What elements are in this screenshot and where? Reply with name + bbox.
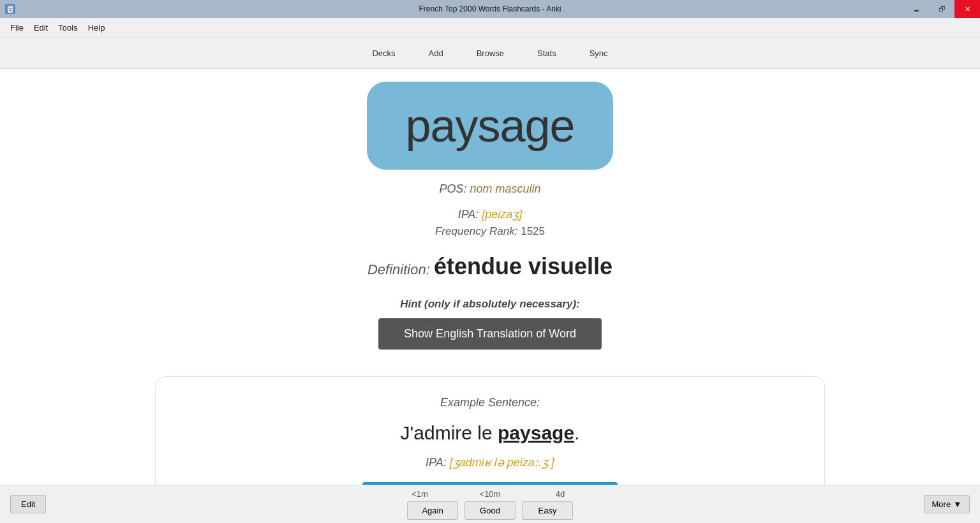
toolbar-browse[interactable]: Browse	[466, 45, 514, 62]
ipa-line: IPA: [peizaʒ]	[458, 207, 523, 221]
main-area: paysage POS: nom masculin IPA: [peizaʒ] …	[0, 69, 980, 485]
menu-bar: File Edit Tools Help	[0, 18, 980, 38]
card-content: paysage POS: nom masculin IPA: [peizaʒ] …	[0, 69, 980, 485]
title-bar: 🃏 French Top 2000 Words Flashcards - Ank…	[0, 0, 980, 18]
show-word-translation-button[interactable]: Show English Translation of Word	[378, 318, 602, 350]
more-arrow-icon: ▼	[953, 499, 961, 509]
word-bubble: paysage	[367, 82, 612, 170]
again-button[interactable]: Again	[407, 501, 458, 520]
example-label: Example Sentence:	[440, 396, 540, 409]
menu-help[interactable]: Help	[83, 20, 110, 35]
app-icon: 🃏	[5, 4, 15, 14]
example-sentence: J'admire le paysage.	[401, 422, 580, 444]
frequency-line: Frequency Rank: 1525	[435, 225, 545, 238]
example-ipa-label: IPA:	[426, 456, 447, 469]
toolbar-add[interactable]: Add	[419, 45, 454, 62]
toolbar-decks[interactable]: Decks	[362, 45, 405, 62]
menu-edit[interactable]: Edit	[29, 20, 53, 35]
good-button[interactable]: Good	[464, 501, 516, 520]
time-labels: <1m <10m 4d	[394, 489, 586, 499]
window-title: French Top 2000 Words Flashcards - Anki	[419, 4, 561, 13]
bottom-bar: Edit <1m <10m 4d Again Good Easy More ▼	[0, 485, 980, 523]
freq-label: Frequency Rank:	[435, 225, 517, 237]
time-label-good: <10m	[464, 489, 516, 499]
example-ipa-value: [ʒadmiʁ lə peizaː.ʒ.]	[450, 456, 554, 469]
toolbar-sync[interactable]: Sync	[579, 45, 618, 62]
content-scroll[interactable]: paysage POS: nom masculin IPA: [peizaʒ] …	[0, 69, 980, 485]
definition-line: Definition: étendue visuelle	[368, 253, 612, 280]
french-word: paysage	[405, 100, 574, 151]
example-sentence-after: .	[574, 422, 579, 443]
time-label-easy: 4d	[535, 489, 586, 499]
hint-label: Hint (only if absolutely necessary):	[400, 298, 580, 311]
answer-btns-row: Again Good Easy	[407, 501, 573, 520]
freq-value: 1525	[521, 225, 545, 237]
close-button[interactable]: ✕	[954, 0, 980, 18]
bottom-right: More ▼	[924, 495, 970, 513]
toolbar-stats[interactable]: Stats	[527, 45, 567, 62]
menu-file[interactable]: File	[5, 20, 29, 35]
easy-button[interactable]: Easy	[522, 501, 573, 520]
pos-value: nom masculin	[470, 182, 540, 195]
ipa-value: [peizaʒ]	[482, 208, 522, 221]
example-ipa-line: IPA: [ʒadmiʁ lə peizaː.ʒ.]	[426, 455, 554, 469]
window-controls: 🗕 🗗 ✕	[903, 0, 980, 18]
ipa-label: IPA:	[458, 208, 479, 221]
bottom-left: Edit	[10, 495, 46, 513]
edit-button[interactable]: Edit	[10, 495, 46, 513]
definition-label: Definition:	[368, 262, 430, 277]
time-label-again: <1m	[394, 489, 445, 499]
toolbar: Decks Add Browse Stats Sync	[0, 38, 980, 69]
example-sentence-word: paysage	[498, 422, 574, 443]
example-sentence-box: Example Sentence: J'admire le paysage. I…	[155, 376, 825, 485]
maximize-button[interactable]: 🗗	[929, 0, 954, 18]
pos-line: POS: nom masculin	[439, 182, 540, 196]
menu-tools[interactable]: Tools	[53, 20, 82, 35]
more-button[interactable]: More ▼	[924, 495, 970, 513]
example-sentence-before: J'admire le	[401, 422, 498, 443]
more-label: More	[932, 499, 951, 509]
answer-buttons-group: <1m <10m 4d Again Good Easy	[394, 489, 586, 520]
minimize-button[interactable]: 🗕	[903, 0, 929, 18]
definition-value: étendue visuelle	[434, 253, 612, 279]
pos-label: POS:	[439, 182, 466, 195]
